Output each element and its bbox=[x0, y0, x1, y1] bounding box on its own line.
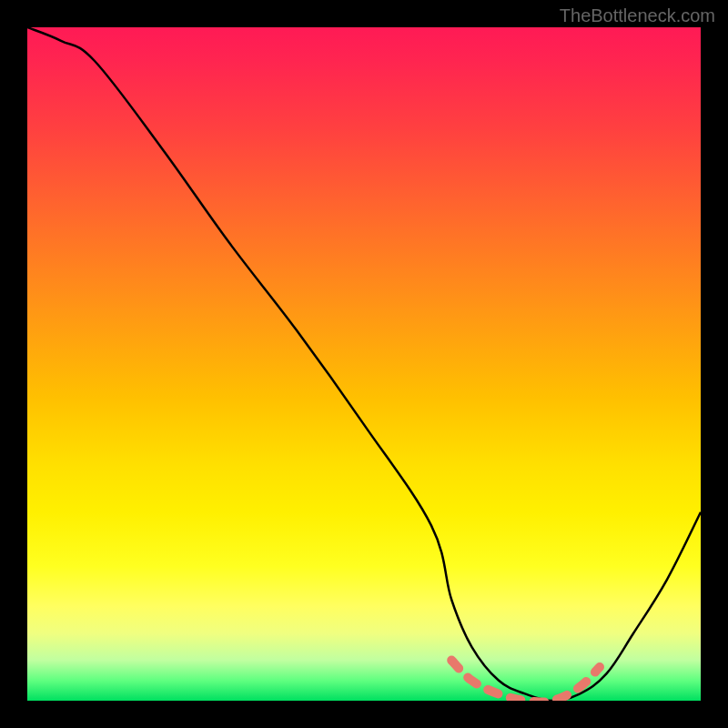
chart-svg bbox=[27, 27, 701, 701]
chart-plot-area bbox=[27, 27, 701, 701]
bottleneck-curve bbox=[27, 27, 701, 701]
watermark-text: TheBottleneck.com bbox=[560, 5, 715, 26]
